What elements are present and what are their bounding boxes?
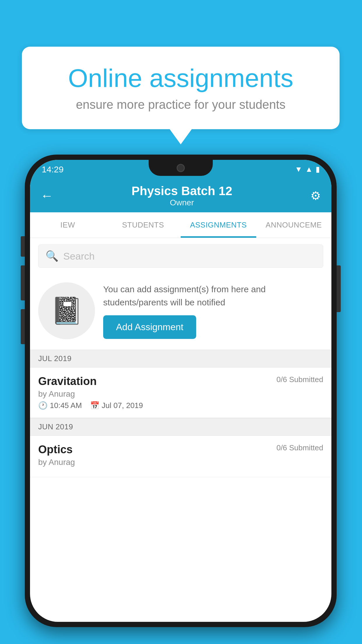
promo-description: You can add assignment(s) from here and …	[103, 283, 323, 309]
battery-icon: ▮	[316, 165, 320, 174]
back-button[interactable]: ←	[41, 188, 53, 203]
phone-side-button	[21, 236, 25, 257]
tab-announcements[interactable]: ANNOUNCEME	[256, 212, 332, 238]
calendar-icon: 📅	[90, 401, 99, 410]
phone-volume-down-button	[21, 309, 25, 344]
notebook-icon: 📓	[50, 295, 83, 326]
phone-camera	[177, 164, 185, 172]
bubble-subtitle: ensure more practice for your students	[42, 98, 319, 112]
header-subtitle: Owner	[131, 198, 232, 207]
status-time: 14:29	[42, 164, 64, 174]
assignment-row-top: Gravitation 0/6 Submitted	[38, 375, 323, 388]
app-header: ← Physics Batch 12 Owner ⚙	[30, 179, 331, 212]
assignment-by-optics: by Anurag	[38, 458, 323, 467]
status-icons: ▼ ▲ ▮	[295, 165, 320, 174]
tab-students[interactable]: STUDENTS	[106, 212, 181, 238]
assignment-title-gravitation: Gravitation	[38, 375, 97, 388]
speech-bubble: Online assignments ensure more practice …	[22, 47, 340, 129]
tab-iew[interactable]: IEW	[30, 212, 106, 238]
assignment-by-gravitation: by Anurag	[38, 389, 323, 399]
assignment-time-gravitation: 🕐 10:45 AM	[38, 401, 82, 410]
promo-icon-circle: 📓	[38, 282, 95, 339]
signal-icon: ▲	[305, 165, 313, 174]
search-icon: 🔍	[45, 250, 59, 262]
phone-device: 14:29 ▼ ▲ ▮ ← Physics Batch 12 Owner ⚙	[25, 155, 337, 627]
promo-section: 📓 You can add assignment(s) from here an…	[30, 274, 331, 350]
assignment-submitted-optics: 0/6 Submitted	[277, 443, 323, 452]
search-placeholder: Search	[63, 251, 95, 262]
tabs-bar: IEW STUDENTS ASSIGNMENTS ANNOUNCEME	[30, 212, 331, 238]
bubble-title: Online assignments	[42, 64, 319, 92]
phone-notch	[149, 160, 213, 176]
assignment-meta-gravitation: 🕐 10:45 AM 📅 Jul 07, 2019	[38, 401, 323, 410]
phone-volume-up-button	[21, 265, 25, 300]
header-center: Physics Batch 12 Owner	[131, 184, 232, 207]
header-title: Physics Batch 12	[131, 184, 232, 198]
speech-bubble-container: Online assignments ensure more practice …	[22, 47, 340, 129]
assignment-submitted-gravitation: 0/6 Submitted	[277, 375, 323, 384]
wifi-icon: ▼	[295, 165, 303, 174]
assignment-item-optics[interactable]: Optics 0/6 Submitted by Anurag	[30, 436, 331, 477]
clock-icon: 🕐	[38, 401, 48, 410]
section-header-jun: JUN 2019	[30, 418, 331, 436]
add-assignment-button[interactable]: Add Assignment	[103, 315, 196, 339]
assignment-title-optics: Optics	[38, 443, 73, 456]
promo-right: You can add assignment(s) from here and …	[103, 283, 323, 339]
section-header-jul: JUL 2019	[30, 350, 331, 368]
search-bar[interactable]: 🔍 Search	[38, 244, 323, 268]
settings-button[interactable]: ⚙	[310, 189, 321, 202]
assignment-row-top-optics: Optics 0/6 Submitted	[38, 443, 323, 456]
assignment-date-gravitation: 📅 Jul 07, 2019	[90, 401, 143, 410]
assignment-item-gravitation[interactable]: Gravitation 0/6 Submitted by Anurag 🕐 10…	[30, 368, 331, 418]
phone-power-button	[337, 265, 341, 312]
tab-assignments[interactable]: ASSIGNMENTS	[181, 212, 256, 238]
content-area: 🔍 Search 📓 You can add assignment(s) fro…	[30, 238, 331, 477]
